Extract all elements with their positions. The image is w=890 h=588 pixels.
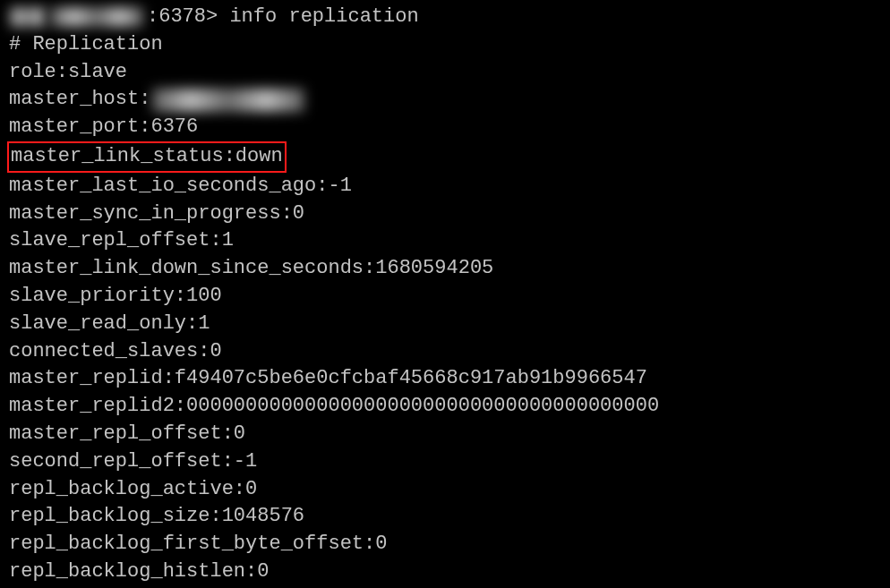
highlighted-line-container: master_link_status:down — [9, 141, 881, 173]
output-master-link-down: master_link_down_since_seconds:168059420… — [9, 255, 881, 283]
output-repl-backlog-size: repl_backlog_size:1048576 — [9, 503, 881, 531]
prompt-port: :6378> — [147, 4, 218, 31]
highlight-annotation: master_link_status:down — [7, 141, 287, 173]
output-master-link-status: master_link_status:down — [11, 145, 283, 167]
master-host-key: master_host: — [9, 86, 150, 114]
output-master-sync: master_sync_in_progress:0 — [9, 200, 881, 228]
output-master-last-io: master_last_io_seconds_ago:-1 — [9, 173, 881, 200]
output-master-host: master_host: — [9, 86, 881, 114]
redacted-master-host — [152, 89, 304, 112]
output-second-repl-offset: second_repl_offset:-1 — [9, 448, 881, 476]
output-repl-backlog-histlen: repl_backlog_histlen:0 — [9, 558, 881, 586]
output-role: role:slave — [9, 59, 881, 87]
output-master-replid: master_replid:f49407c5be6e0cfcbaf45668c9… — [9, 365, 881, 393]
redacted-ip-part2 — [50, 7, 143, 27]
output-slave-read-only: slave_read_only:1 — [9, 311, 881, 338]
output-repl-backlog-active: repl_backlog_active:0 — [9, 476, 881, 504]
terminal-prompt-line: :6378> info replication — [9, 4, 881, 31]
redacted-ip-part1 — [9, 7, 47, 27]
output-master-repl-offset: master_repl_offset:0 — [9, 421, 881, 448]
output-master-replid2: master_replid2:0000000000000000000000000… — [9, 393, 881, 421]
output-slave-repl-offset: slave_repl_offset:1 — [9, 227, 881, 255]
section-header: # Replication — [9, 31, 881, 59]
output-connected-slaves: connected_slaves:0 — [9, 338, 881, 366]
command-text: info replication — [229, 4, 418, 31]
output-master-port: master_port:6376 — [9, 114, 881, 141]
output-repl-backlog-first: repl_backlog_first_byte_offset:0 — [9, 531, 881, 558]
output-slave-priority: slave_priority:100 — [9, 283, 881, 311]
